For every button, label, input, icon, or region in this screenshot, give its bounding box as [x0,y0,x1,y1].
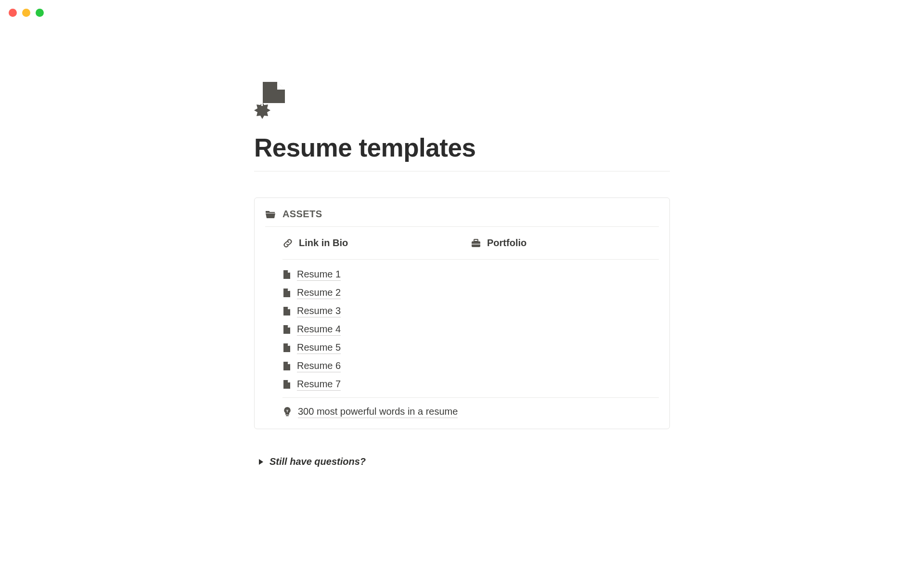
faq-toggle-label: Still have questions? [270,456,366,467]
svg-marker-29 [288,289,290,291]
window-traffic-lights [9,9,44,17]
resume-list: Resume 1 Resume 2 Resume 3 Resume 4 [282,260,659,398]
resume-link: Resume 2 [297,287,341,299]
svg-text:T: T [286,409,289,413]
resume-link: Resume 3 [297,305,341,317]
page-title[interactable]: Resume templates [254,133,670,162]
list-item[interactable]: Resume 5 [282,342,659,354]
page-container: Resume templates ASSETS [231,0,693,467]
list-item[interactable]: Resume 3 [282,305,659,317]
caret-right-icon [258,459,264,465]
page-icon [282,361,291,371]
maximize-window-button[interactable] [36,9,44,17]
list-item[interactable]: Resume 1 [282,268,659,281]
svg-rect-24 [254,82,263,101]
list-item[interactable]: Resume 4 [282,323,659,336]
resume-link: Resume 6 [297,360,341,372]
page-icon [282,343,291,353]
svg-marker-34 [288,380,290,382]
assets-callout: ASSETS Link in Bio [254,197,670,429]
list-item[interactable]: Resume 2 [282,287,659,299]
divider [254,171,670,171]
close-window-button[interactable] [9,9,17,17]
link-in-bio-label: Link in Bio [299,237,348,249]
list-item[interactable]: Resume 7 [282,378,659,391]
resume-link: Resume 7 [297,378,341,391]
resume-link: Resume 5 [297,342,341,354]
page-icon [282,306,291,316]
svg-marker-37 [259,459,263,465]
svg-marker-31 [288,325,290,328]
page-icon [282,270,291,279]
resume-link: Resume 4 [297,323,341,336]
portfolio-label: Portfolio [487,237,526,249]
link-in-bio-item[interactable]: Link in Bio [282,237,471,249]
svg-rect-26 [474,239,478,241]
minimize-window-button[interactable] [22,9,30,17]
list-item[interactable]: Resume 6 [282,360,659,372]
page-icon[interactable] [254,82,670,121]
portfolio-item[interactable]: Portfolio [471,237,659,249]
page-icon [282,288,291,298]
resume-link: Resume 1 [297,268,341,281]
svg-rect-19 [263,82,277,103]
folder-open-icon [265,210,276,219]
assets-header-label: ASSETS [282,209,322,220]
svg-rect-35 [286,415,289,416]
svg-rect-27 [472,244,480,245]
svg-marker-28 [288,270,290,273]
svg-rect-20 [277,90,285,103]
link-icon [282,238,293,249]
svg-marker-30 [288,307,290,309]
assets-top-links: Link in Bio Portfolio [282,227,659,260]
document-badge-icon [254,82,288,119]
briefcase-icon [471,238,481,248]
tips-link: 300 most powerful words in a resume [298,406,458,418]
svg-rect-23 [261,101,263,106]
page-icon [282,325,291,334]
svg-marker-33 [288,362,290,364]
svg-marker-32 [288,343,290,346]
faq-toggle[interactable]: Still have questions? [254,456,670,467]
lightbulb-icon: T [282,407,292,417]
tips-item[interactable]: T 300 most powerful words in a resume [282,398,659,418]
page-icon [282,380,291,389]
assets-header: ASSETS [265,209,659,227]
